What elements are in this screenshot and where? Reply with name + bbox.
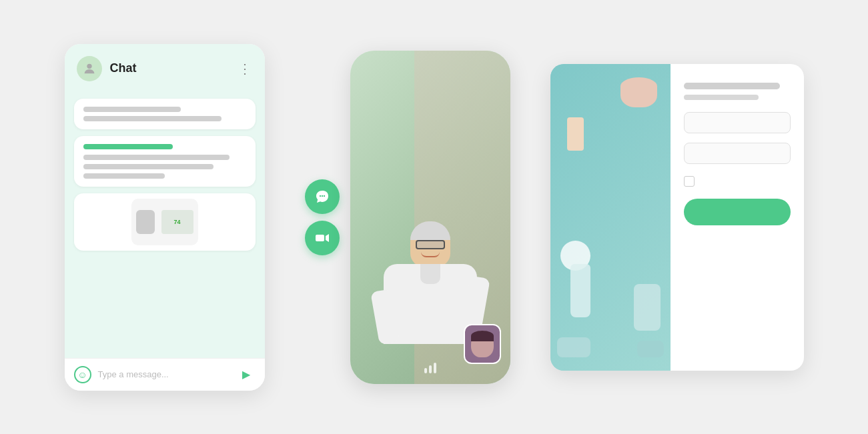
chat-header: Chat ⋮: [65, 44, 265, 91]
product-bandage: [567, 117, 584, 151]
bp-cuff: [136, 210, 155, 234]
bubble-line: [83, 164, 213, 169]
chat-bubble-received-1: [74, 99, 256, 129]
product-checkbox[interactable]: [684, 176, 695, 187]
product-input-1[interactable]: [684, 112, 791, 133]
signal-bar-2: [429, 365, 432, 373]
bubble-line: [83, 173, 165, 179]
pharmacist-head: [410, 221, 450, 267]
signal-bar-1: [424, 368, 427, 373]
chat-input[interactable]: Type a message...: [98, 369, 230, 379]
bubble-line: [83, 107, 181, 112]
pharmacist-collar: [420, 264, 440, 284]
bubble-line-green: [83, 144, 173, 149]
chat-footer: ☺ Type a message... ▶: [65, 358, 265, 391]
user-hair: [471, 331, 494, 341]
avatar-icon: [82, 61, 97, 76]
send-button[interactable]: ▶: [237, 365, 256, 384]
chat-bubble-sent: [74, 136, 256, 187]
mini-camera-view: [464, 324, 501, 364]
bp-screen: 74: [161, 210, 193, 234]
user-face: [471, 331, 494, 357]
chat-bubble-icon: [314, 189, 330, 205]
chat-fab-button[interactable]: [305, 179, 340, 214]
product-jar: [557, 337, 590, 357]
bubble-line: [83, 155, 230, 160]
product-card: [550, 64, 804, 371]
product-jar2: [637, 341, 664, 357]
product-subtitle-line: [684, 95, 759, 100]
bp-reading: 74: [173, 219, 180, 225]
more-icon[interactable]: ⋮: [238, 62, 253, 75]
chat-title: Chat: [110, 61, 230, 75]
product-input-2[interactable]: [684, 143, 791, 164]
svg-point-3: [323, 195, 324, 196]
product-bottle-wide: [634, 284, 661, 331]
video-camera-icon: [314, 230, 330, 246]
signal-bars: [424, 363, 436, 373]
product-title-line: [684, 83, 780, 89]
chat-bubble-image: 74: [74, 193, 256, 251]
product-cream: [620, 77, 657, 107]
product-image-panel: [550, 64, 671, 371]
pharmacist-glasses: [416, 240, 445, 249]
pharmacist-hair: [410, 221, 450, 240]
svg-point-1: [319, 195, 320, 196]
chat-avatar: [77, 56, 102, 81]
floating-buttons: [305, 179, 340, 255]
product-background: [550, 64, 671, 371]
product-submit-button[interactable]: [684, 199, 791, 225]
bubble-line: [83, 116, 222, 121]
bp-device: 74: [131, 199, 198, 245]
scene: Chat ⋮ 74: [0, 0, 868, 434]
middle-section: [305, 51, 510, 384]
svg-rect-4: [316, 235, 324, 241]
video-phone: [350, 51, 510, 384]
svg-point-2: [321, 195, 322, 196]
video-fab-button[interactable]: [305, 221, 340, 255]
video-content: [350, 51, 510, 384]
svg-point-0: [87, 63, 91, 68]
emoji-button[interactable]: ☺: [74, 366, 91, 383]
signal-bar-3: [434, 363, 436, 373]
chat-phone: Chat ⋮ 74: [65, 44, 265, 391]
smiley-icon: ☺: [77, 369, 87, 380]
pharmacist-smile: [421, 252, 440, 257]
product-info-panel: [671, 64, 804, 371]
chat-body: 74: [65, 91, 265, 358]
send-icon: ▶: [242, 368, 250, 381]
product-checkbox-row: [684, 176, 791, 187]
product-bottle-tall: [570, 264, 590, 317]
pharmacist-coat: [384, 264, 477, 344]
